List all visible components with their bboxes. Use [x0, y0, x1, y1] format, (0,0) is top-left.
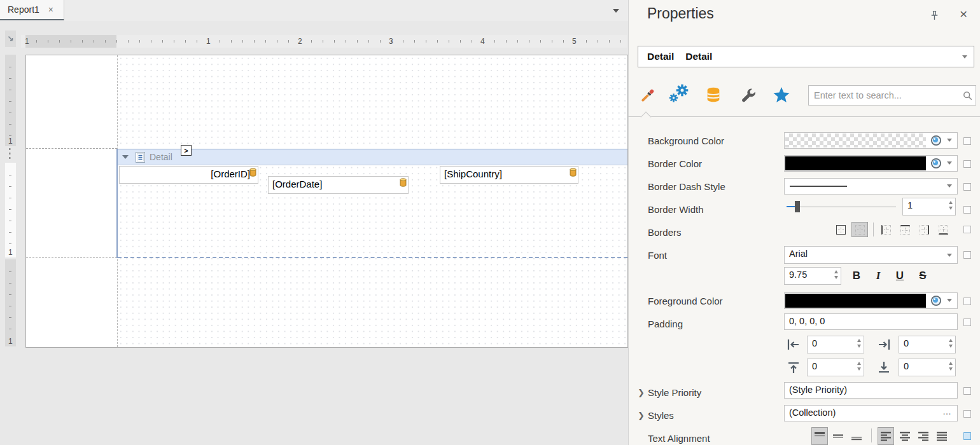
- padding-top-spinner[interactable]: [807, 359, 864, 376]
- align-middle-button[interactable]: [830, 427, 846, 445]
- border-color-editor[interactable]: [784, 155, 958, 172]
- padding-left-input[interactable]: [811, 338, 847, 349]
- tab-report1[interactable]: Report1 ×: [0, 0, 64, 20]
- collapse-band-icon[interactable]: [122, 155, 129, 159]
- chevron-down-icon[interactable]: [947, 139, 952, 142]
- chevron-down-icon[interactable]: [947, 299, 952, 302]
- borders-all-button[interactable]: [832, 222, 849, 237]
- label-control-shipcountry[interactable]: [ShipCountry]: [440, 166, 578, 184]
- color-picker-icon[interactable]: [930, 157, 942, 170]
- search-input[interactable]: [813, 88, 958, 103]
- align-center-button[interactable]: [897, 427, 913, 445]
- padding-bottom-input[interactable]: [902, 360, 939, 372]
- expander-icon[interactable]: ❯: [638, 381, 645, 404]
- font-family-dropdown[interactable]: Arial: [784, 246, 958, 264]
- expander-icon[interactable]: ❯: [638, 404, 645, 427]
- property-marker[interactable]: [963, 251, 971, 259]
- spin-up-icon[interactable]: [949, 339, 953, 342]
- band-drag-handle[interactable]: [9, 148, 11, 161]
- property-search[interactable]: [808, 85, 976, 106]
- strikeout-button[interactable]: S: [914, 268, 932, 284]
- spin-down-icon[interactable]: [949, 367, 953, 371]
- border-width-spinner[interactable]: [902, 198, 956, 216]
- align-bottom-button[interactable]: [848, 427, 865, 445]
- align-right-button[interactable]: [915, 427, 932, 445]
- spin-up-icon[interactable]: [949, 201, 953, 204]
- spin-down-icon[interactable]: [857, 367, 861, 371]
- font-size-spinner[interactable]: [784, 267, 841, 285]
- underline-button[interactable]: U: [891, 268, 909, 284]
- borders-right-button[interactable]: [916, 222, 932, 237]
- spin-up-icon[interactable]: [857, 362, 861, 365]
- property-marker[interactable]: [963, 183, 971, 191]
- styles-editor[interactable]: (Collection) …: [784, 405, 958, 421]
- detail-band-header[interactable]: Detail: [118, 149, 627, 165]
- detail-band-bottom-edge[interactable]: [118, 257, 627, 258]
- padding-left-spinner[interactable]: [807, 336, 864, 353]
- ruler-number: 5: [572, 37, 577, 46]
- tab-data-database-icon[interactable]: [704, 86, 722, 104]
- tab-behavior-gears-icon[interactable]: [668, 84, 690, 104]
- smart-tag-button[interactable]: >: [181, 145, 192, 156]
- spin-up-icon[interactable]: [857, 339, 861, 342]
- chevron-down-icon[interactable]: [947, 161, 952, 165]
- align-left-button[interactable]: [878, 427, 894, 445]
- border-width-slider-handle[interactable]: [795, 201, 800, 212]
- property-marker[interactable]: [963, 298, 971, 305]
- padding-right-spinner[interactable]: [899, 336, 956, 353]
- property-label: Font: [648, 244, 667, 267]
- property-marker[interactable]: [963, 387, 971, 395]
- borders-left-button[interactable]: [878, 222, 894, 237]
- horizontal-ruler[interactable]: 1 1 2 3 4 5: [21, 35, 627, 48]
- selected-object-dropdown[interactable]: Detail Detail: [638, 46, 974, 67]
- align-top-button[interactable]: [811, 427, 828, 445]
- align-justify-button[interactable]: [934, 427, 950, 445]
- property-marker[interactable]: [963, 226, 971, 233]
- padding-right-input[interactable]: [902, 338, 939, 349]
- property-marker[interactable]: [963, 432, 971, 440]
- padding-top-input[interactable]: [811, 360, 847, 372]
- selected-object-type: Detail: [685, 51, 712, 62]
- tab-favorites-star-icon[interactable]: [773, 87, 790, 104]
- padding-bottom-spinner[interactable]: [899, 359, 956, 376]
- ruler-corner-select-report[interactable]: [5, 31, 16, 47]
- foreground-color-editor[interactable]: [784, 292, 958, 309]
- property-marker[interactable]: [963, 318, 971, 326]
- spin-down-icon[interactable]: [857, 345, 861, 348]
- spin-up-icon[interactable]: [834, 270, 838, 273]
- bold-button[interactable]: B: [848, 268, 865, 284]
- italic-button[interactable]: I: [869, 268, 887, 284]
- spin-down-icon[interactable]: [949, 207, 953, 210]
- ellipsis-button[interactable]: …: [942, 406, 952, 416]
- tab-appearance-paintbrush-icon[interactable]: [638, 86, 657, 106]
- property-marker[interactable]: [963, 206, 971, 214]
- padding-editor[interactable]: 0, 0, 0, 0: [784, 313, 958, 330]
- background-color-editor[interactable]: [784, 132, 958, 149]
- spin-down-icon[interactable]: [834, 276, 838, 279]
- property-marker[interactable]: [963, 410, 971, 418]
- tab-layout-wrench-icon[interactable]: [739, 86, 757, 104]
- tab-list-dropdown-icon[interactable]: [613, 9, 619, 13]
- chevron-down-icon[interactable]: [947, 184, 952, 188]
- color-picker-icon[interactable]: [930, 294, 942, 307]
- borders-top-button[interactable]: [897, 222, 913, 237]
- spin-down-icon[interactable]: [949, 345, 953, 348]
- property-marker[interactable]: [963, 160, 971, 168]
- close-icon[interactable]: ×: [960, 7, 967, 20]
- borders-bottom-button[interactable]: [935, 222, 951, 237]
- color-picker-icon[interactable]: [930, 134, 942, 147]
- pin-icon[interactable]: [929, 10, 940, 21]
- label-control-orderid[interactable]: [OrderID]: [119, 166, 258, 184]
- chevron-down-icon[interactable]: [947, 254, 952, 257]
- border-width-input[interactable]: [906, 200, 940, 211]
- borders-none-button[interactable]: [851, 222, 868, 237]
- tab-close-icon[interactable]: ×: [48, 4, 53, 15]
- font-size-input[interactable]: [788, 269, 824, 280]
- report-page[interactable]: Detail > [OrderID] [OrderDate] [ShipCou: [25, 55, 628, 348]
- label-control-orderdate[interactable]: [OrderDate]: [268, 176, 409, 194]
- style-priority-editor[interactable]: (Style Priority): [784, 382, 958, 399]
- spin-up-icon[interactable]: [949, 362, 953, 365]
- border-dash-style-editor[interactable]: [784, 178, 958, 195]
- property-marker[interactable]: [963, 137, 971, 145]
- border-width-slider-track[interactable]: [787, 207, 896, 207]
